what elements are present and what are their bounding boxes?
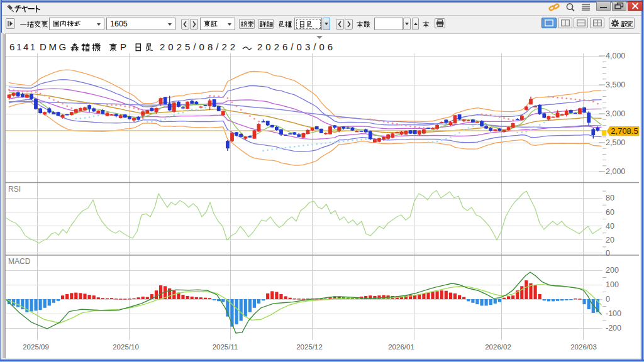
- svg-text:2,500: 2,500: [606, 138, 625, 147]
- svg-text:2025/09: 2025/09: [23, 343, 49, 351]
- svg-text:200: 200: [606, 266, 619, 275]
- svg-text:60: 60: [606, 208, 614, 217]
- svg-text:RSI: RSI: [8, 185, 21, 194]
- svg-text:2026/03: 2026/03: [570, 343, 597, 351]
- svg-text:-100: -100: [606, 309, 621, 318]
- svg-text:2,000: 2,000: [606, 167, 625, 176]
- svg-text:2025/11: 2025/11: [213, 343, 238, 351]
- svg-text:40: 40: [606, 222, 614, 231]
- svg-text:3,500: 3,500: [606, 80, 625, 89]
- svg-text:0: 0: [606, 249, 610, 258]
- svg-text:80: 80: [606, 194, 614, 202]
- svg-text:100: 100: [606, 280, 619, 289]
- svg-text:MACD: MACD: [8, 257, 31, 266]
- svg-text:2025/10: 2025/10: [113, 343, 139, 351]
- svg-text:4,000: 4,000: [606, 52, 625, 60]
- svg-text:20: 20: [606, 236, 614, 244]
- svg-text:2,708.5: 2,708.5: [611, 126, 638, 136]
- svg-text:2026/01: 2026/01: [388, 343, 414, 351]
- svg-text:2026/02: 2026/02: [485, 343, 511, 351]
- svg-text:-200: -200: [606, 324, 621, 332]
- svg-text:2025/12: 2025/12: [296, 343, 323, 351]
- svg-text:0: 0: [606, 295, 610, 304]
- svg-text:3,000: 3,000: [606, 109, 625, 118]
